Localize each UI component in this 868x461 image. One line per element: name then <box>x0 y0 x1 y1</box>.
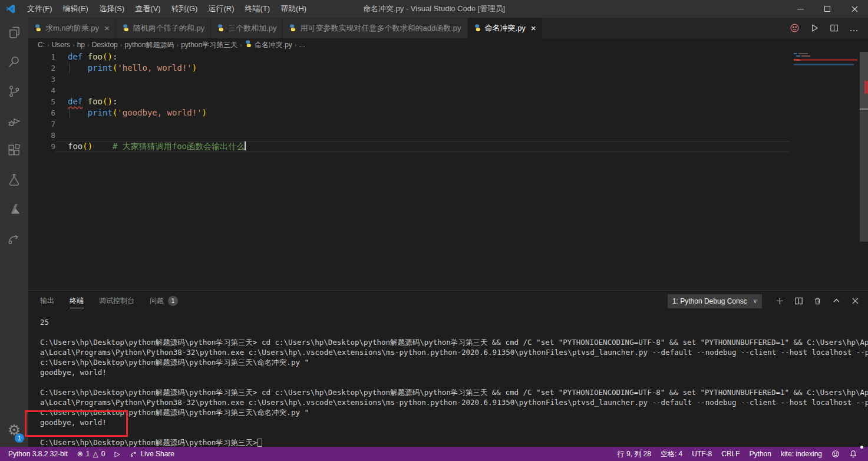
close-button[interactable] <box>841 0 868 18</box>
panel-header: 输出终端调试控制台问题1 1: Python Debug Consc ∨ <box>28 291 868 311</box>
line-content <box>55 130 790 141</box>
breadcrumb-item-7[interactable]: 命名冲突.py <box>245 40 292 50</box>
code-line-6[interactable]: 6 print('goodbye, world!') <box>28 107 790 118</box>
run-code-icon: ▷ <box>114 450 120 457</box>
code-line-5[interactable]: 5def foo(): <box>28 96 790 107</box>
breadcrumb-item-5[interactable]: python解题源码 <box>124 40 174 50</box>
terminal-line-10: c:\Users\hp\Desktop\python解题源码\python学习第… <box>40 407 868 417</box>
breadcrumb-separator: › <box>45 41 52 48</box>
python-file-icon <box>245 40 252 48</box>
test-explorer-icon[interactable] <box>0 165 28 195</box>
extension-smiley-icon[interactable] <box>790 23 800 33</box>
maximize-panel-icon[interactable] <box>832 297 841 305</box>
language-mode-item[interactable]: Python <box>745 447 776 461</box>
live-share-item[interactable]: Live Share <box>125 447 179 461</box>
breadcrumb-separator: › <box>70 41 77 48</box>
new-terminal-icon[interactable] <box>775 297 784 305</box>
breadcrumb-item-2[interactable]: Users <box>52 41 70 49</box>
tab-5[interactable]: 命名冲突.py× <box>468 18 543 38</box>
breadcrumb-item-3[interactable]: hp <box>77 41 85 49</box>
manage-gear-icon[interactable]: ⚙ 1 <box>0 420 28 440</box>
terminal-output[interactable]: 25C:\Users\hp\Desktop\python解题源码\python学… <box>28 311 868 447</box>
tab-label: 三个数相加.py <box>228 23 276 34</box>
eol-item[interactable]: CRLF <box>717 447 744 461</box>
code-line-8[interactable]: 8 <box>28 130 790 141</box>
source-control-icon[interactable] <box>0 77 28 106</box>
tab-4[interactable]: 用可变参数实现对任意多个数求和的add函数.py <box>283 18 467 38</box>
run-file-icon[interactable] <box>810 24 819 32</box>
tab-3[interactable]: 三个数相加.py <box>211 18 283 38</box>
panel-tab-1[interactable]: 输出 <box>40 294 54 308</box>
tab-close-icon[interactable]: × <box>104 24 110 32</box>
code-line-9[interactable]: 9foo() # 大家猜猜调用foo函数会输出什么 <box>28 141 790 152</box>
menu-item-8[interactable]: 帮助(H) <box>275 4 312 13</box>
feedback-item[interactable] <box>827 447 844 461</box>
panel-tab-3[interactable]: 调试控制台 <box>99 294 134 308</box>
menu-item-4[interactable]: 查看(V) <box>130 4 166 13</box>
problems-item[interactable]: ⊗ 1 △ 0 <box>72 447 110 461</box>
status-bar-right: 行 9, 列 28 空格: 4 UTF-8 CRLF Python kite: … <box>613 447 862 461</box>
menu-item-1[interactable]: 文件(F) <box>22 4 58 13</box>
python-version-item[interactable]: Python 3.8.2 32-bit <box>4 447 72 461</box>
eol-label: CRLF <box>721 450 740 458</box>
search-icon[interactable] <box>0 47 28 77</box>
panel-tabs: 输出终端调试控制台问题1 <box>40 294 193 308</box>
menu-item-5[interactable]: 转到(G) <box>166 4 203 13</box>
text-cursor <box>245 141 246 150</box>
encoding-item[interactable]: UTF-8 <box>687 447 717 461</box>
azure-icon[interactable] <box>0 195 28 224</box>
indentation-item[interactable]: 空格: 4 <box>656 447 687 461</box>
code-line-2[interactable]: 2 print('hello, world!') <box>28 62 790 74</box>
tab-label: 用可变参数实现对任意多个数求和的add函数.py <box>300 23 461 34</box>
more-actions-icon[interactable]: … <box>849 25 859 31</box>
notification-dot <box>860 446 863 449</box>
tab-1[interactable]: 求m,n的阶乘.py× <box>28 18 116 38</box>
line-number: 5 <box>28 96 55 107</box>
tab-close-icon[interactable]: × <box>531 24 536 32</box>
breadcrumb-item-8[interactable]: ... <box>299 41 305 49</box>
run-and-debug-icon[interactable] <box>0 106 28 136</box>
panel-tab-2[interactable]: 终端 <box>70 294 84 308</box>
panel-tab-4[interactable]: 问题1 <box>150 294 178 308</box>
breadcrumb-item-1[interactable]: C: <box>38 41 45 49</box>
menu-item-2[interactable]: 编辑(E) <box>58 4 94 13</box>
menu-item-6[interactable]: 运行(R) <box>203 4 239 13</box>
editor-scrollbar[interactable] <box>860 51 868 290</box>
menu-item-7[interactable]: 终端(T) <box>239 4 275 13</box>
indent-guide <box>69 107 70 118</box>
code-line-3[interactable]: 3 <box>28 74 790 85</box>
code-line-1[interactable]: 1def foo(): <box>28 51 790 62</box>
split-terminal-icon[interactable] <box>794 297 803 305</box>
activity-bar: ⚙ 1 <box>0 18 28 447</box>
extensions-icon[interactable] <box>0 136 28 165</box>
minimize-button[interactable] <box>787 0 814 18</box>
live-share-icon[interactable] <box>0 224 28 253</box>
explorer-icon[interactable] <box>0 18 28 47</box>
breadcrumb-separator: › <box>174 41 181 48</box>
cursor-position-item[interactable]: 行 9, 列 28 <box>613 447 656 461</box>
code-line-4[interactable]: 4 <box>28 85 790 96</box>
terminal-selector[interactable]: 1: Python Debug Consc ∨ <box>668 294 762 308</box>
menu-item-3[interactable]: 选择(S) <box>94 4 130 13</box>
cursor-position-label: 行 9, 列 28 <box>618 449 651 459</box>
code-line-7[interactable]: 7 <box>28 118 790 130</box>
maximize-button[interactable] <box>814 0 841 18</box>
terminal-line-3: C:\Users\hp\Desktop\python解题源码\python学习第… <box>40 337 868 347</box>
terminal-line-6: goodbye, world! <box>40 367 868 377</box>
minimap-error-mark <box>794 59 857 61</box>
breadcrumb-item-6[interactable]: python学习第三天 <box>181 40 237 50</box>
kite-status-item[interactable]: kite: indexing <box>776 447 827 461</box>
vscode-window: { "title_bar": { "menus": ["文件(F)", "编辑(… <box>0 0 868 461</box>
notifications-item[interactable] <box>844 447 862 461</box>
close-panel-icon[interactable] <box>851 297 860 305</box>
line-content: print('hello, world!') <box>55 62 790 74</box>
line-number: 6 <box>28 107 55 118</box>
kill-terminal-icon[interactable] <box>813 297 822 305</box>
code-editor[interactable]: 1def foo():2 print('hello, world!')345de… <box>28 51 868 290</box>
python-file-icon <box>289 24 296 32</box>
minimap[interactable] <box>790 51 860 122</box>
breadcrumb-item-4[interactable]: Desktop <box>92 41 118 49</box>
tab-2[interactable]: 随机两个筛子的和.py <box>116 18 211 38</box>
run-code-item[interactable]: ▷ <box>110 447 124 461</box>
split-editor-icon[interactable] <box>830 24 839 32</box>
